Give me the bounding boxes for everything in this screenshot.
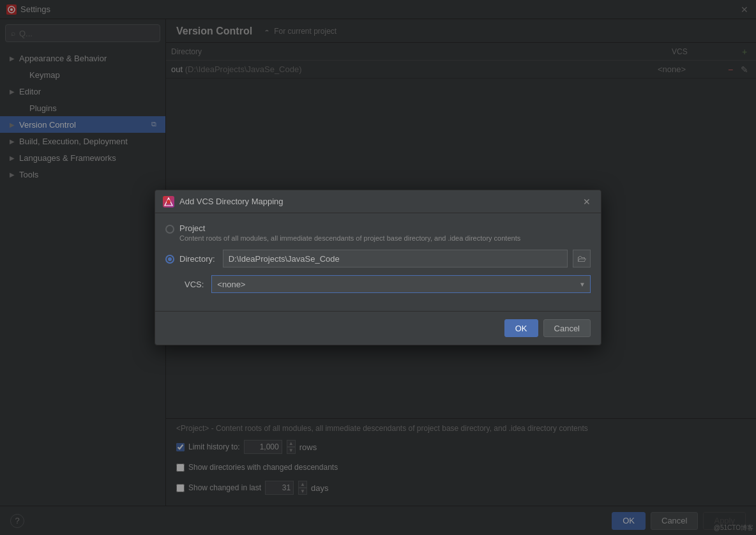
dialog-option-project-content: Project Content roots of all modules, al… <box>179 223 520 242</box>
vcs-label: VCS: <box>185 280 204 289</box>
dialog-title-bar: Add VCS Directory Mapping ✕ <box>155 190 601 213</box>
dialog-footer: OK Cancel <box>155 311 601 345</box>
dialog-close-button[interactable]: ✕ <box>580 195 593 208</box>
radio-directory[interactable] <box>165 255 174 264</box>
dialog-form-directory-row: Directory: 🗁 <box>165 250 591 268</box>
option-project-label: Project <box>179 223 520 233</box>
dialog-form-vcs-row: VCS: <none> Git Subversion Mercurial CVS… <box>165 275 591 293</box>
option-project-desc: Content roots of all modules, all immedi… <box>179 234 520 242</box>
add-vcs-dialog: Add VCS Directory Mapping ✕ Project Cont… <box>155 190 601 345</box>
dialog-body: Project Content roots of all modules, al… <box>155 213 601 311</box>
dialog-ok-button[interactable]: OK <box>504 319 538 337</box>
directory-input[interactable] <box>223 250 568 268</box>
directory-label: Directory: <box>179 254 215 264</box>
dialog-icon <box>163 196 174 207</box>
dialog-title: Add VCS Directory Mapping <box>179 197 284 206</box>
dialog-option-project: Project Content roots of all modules, al… <box>165 223 591 242</box>
watermark: @51CTO博客 <box>714 524 753 532</box>
dialog-cancel-button[interactable]: Cancel <box>543 319 591 337</box>
svg-point-3 <box>167 200 170 204</box>
vcs-select[interactable]: <none> Git Subversion Mercurial CVS <box>211 275 591 293</box>
browse-folder-button[interactable]: 🗁 <box>573 250 591 268</box>
radio-project[interactable] <box>165 225 174 234</box>
vcs-select-wrapper: <none> Git Subversion Mercurial CVS ▼ <box>211 275 591 293</box>
